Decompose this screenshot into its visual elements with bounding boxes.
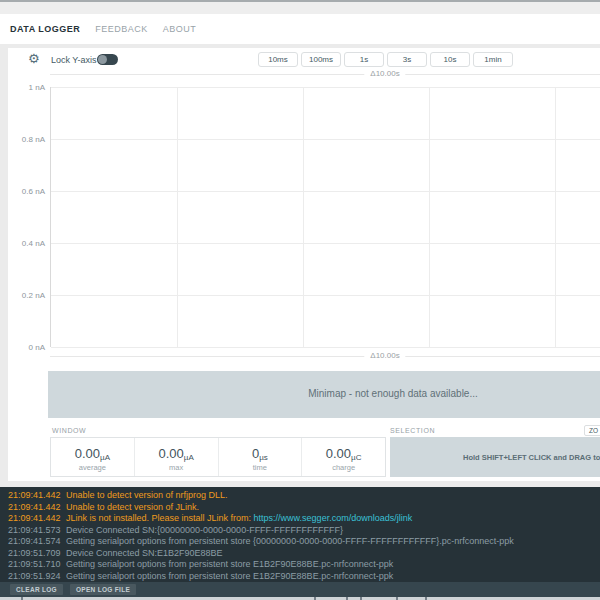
log-message: Unable to detect version of JLink. (56, 502, 199, 514)
chart-top-axis-line (50, 74, 600, 75)
log-timestamp: 21:09:41.573 (0, 525, 56, 537)
selection-stats-box: Hold SHIFT+LEFT CLICK and DRAG to make (390, 437, 600, 477)
tab-bar: DATA LOGGERFEEDBACKABOUT (0, 14, 600, 44)
log-message: Unable to detect version of nrfjprog DLL… (56, 490, 228, 502)
gridline-vertical (303, 87, 304, 347)
gridline-horizontal (51, 243, 600, 244)
time-range-button-100ms[interactable]: 100ms (301, 52, 341, 67)
log-row: 21:09:41.442Unable to detect version of … (0, 490, 600, 502)
log-footer-bar: CLEAR LOG OPEN LOG FILE (0, 582, 600, 597)
gridline-vertical (429, 87, 430, 347)
window-stats-box: 0.00µAaverage0.00µAmax0µstime0.00µCcharg… (50, 437, 386, 477)
log-timestamp: 21:09:41.442 (0, 502, 56, 514)
data-logger-panel: ⚙ Lock Y-axis 10ms100ms1s3s10s1min Δ10.0… (8, 48, 600, 481)
minimap[interactable]: Minimap - not enough data available... (48, 371, 600, 418)
selection-panel-label: SELECTION (390, 427, 435, 434)
log-message: Device Connected SN:E1B2F90E88BE (56, 548, 223, 560)
y-axis-tick-label: 0.6 nA (8, 187, 45, 196)
log-message: Getting serialport options from persiste… (56, 536, 514, 548)
log-timestamp: 21:09:41.442 (0, 490, 56, 502)
log-row: 21:09:51.709Device Connected SN:E1B2F90E… (0, 548, 600, 560)
chart-bottom-axis-line (50, 356, 600, 357)
log-row: 21:09:51.710Getting serialport options f… (0, 559, 600, 571)
log-link[interactable]: https://www.segger.com/downloads/jlink (254, 513, 413, 523)
gridline-vertical (177, 87, 178, 347)
stat-label: average (51, 463, 134, 472)
y-axis-tick-label: 0.4 nA (8, 239, 45, 248)
time-range-buttons: 10ms100ms1s3s10s1min (258, 52, 513, 67)
stat-value: 0.00µC (302, 444, 385, 462)
selection-hint-text: Hold SHIFT+LEFT CLICK and DRAG to make (463, 453, 600, 462)
y-axis-tick-label: 0.2 nA (8, 291, 45, 300)
log-message: JLink is not installed. Please install J… (56, 513, 412, 525)
gridline-horizontal (51, 295, 600, 296)
lock-y-axis-toggle[interactable] (97, 54, 118, 65)
open-log-file-button[interactable]: OPEN LOG FILE (70, 584, 136, 595)
minimap-message: Minimap - not enough data available... (308, 388, 478, 399)
stat-value: 0.00µA (135, 444, 218, 462)
lock-y-axis-label: Lock Y-axis (51, 55, 97, 65)
clear-log-button[interactable]: CLEAR LOG (10, 584, 63, 595)
gridline-horizontal (51, 139, 600, 140)
chart-plot-area[interactable] (50, 87, 600, 347)
time-range-button-3s[interactable]: 3s (387, 52, 427, 67)
y-axis-tick-label: 1 nA (8, 83, 45, 92)
tab-feedback[interactable]: FEEDBACK (95, 24, 148, 34)
chart-bottom-delta-label: Δ10.00s (364, 351, 405, 360)
log-timestamp: 21:09:51.924 (0, 571, 56, 583)
log-row: 21:09:41.442Unable to detect version of … (0, 502, 600, 514)
log-timestamp: 21:09:41.574 (0, 536, 56, 548)
stat-max: 0.00µAmax (134, 438, 218, 476)
log-timestamp: 21:09:51.709 (0, 548, 56, 560)
gridline-horizontal (51, 191, 600, 192)
log-row: 21:09:41.442JLink is not installed. Plea… (0, 513, 600, 525)
log-message: Getting serialport options from persiste… (56, 559, 393, 571)
stat-time: 0µstime (218, 438, 302, 476)
stat-average: 0.00µAaverage (51, 438, 134, 476)
stat-label: max (135, 463, 218, 472)
log-row: 21:09:51.924Getting serialport options f… (0, 571, 600, 583)
stat-value: 0µs (219, 444, 302, 462)
toggle-knob (98, 55, 107, 64)
time-range-button-10ms[interactable]: 10ms (258, 52, 298, 67)
tab-data-logger[interactable]: DATA LOGGER (10, 24, 80, 34)
tab-about[interactable]: ABOUT (163, 24, 197, 34)
gear-icon[interactable]: ⚙ (28, 51, 40, 67)
log-row: 21:09:41.573Device Connected SN:{0000000… (0, 525, 600, 537)
window-panel-label: WINDOW (52, 427, 86, 434)
gridline-vertical (555, 87, 556, 347)
stat-label: charge (302, 463, 385, 472)
stat-label: time (219, 463, 302, 472)
zoom-to-selection-button[interactable]: ZO (584, 425, 600, 436)
gridline-horizontal (51, 347, 600, 348)
time-range-button-1s[interactable]: 1s (344, 52, 384, 67)
y-axis-tick-label: 0.8 nA (8, 135, 45, 144)
y-axis-tick-label: 0 nA (8, 343, 45, 352)
log-message: Getting serialport options from persiste… (56, 571, 393, 583)
chart-top-delta-label: Δ10.00s (364, 69, 405, 78)
log-console[interactable]: 21:09:41.442Unable to detect version of … (0, 487, 600, 582)
time-range-button-10s[interactable]: 10s (430, 52, 470, 67)
log-row: 21:09:41.574Getting serialport options f… (0, 536, 600, 548)
window-title-strip (0, 0, 600, 14)
gridline-horizontal (51, 87, 600, 88)
log-timestamp: 21:09:51.710 (0, 559, 56, 571)
stat-value: 0.00µA (51, 444, 134, 462)
log-timestamp: 21:09:41.442 (0, 513, 56, 525)
log-message: Device Connected SN:{00000000-0000-0000-… (56, 525, 343, 537)
time-range-button-1min[interactable]: 1min (473, 52, 513, 67)
stat-charge: 0.00µCcharge (301, 438, 385, 476)
